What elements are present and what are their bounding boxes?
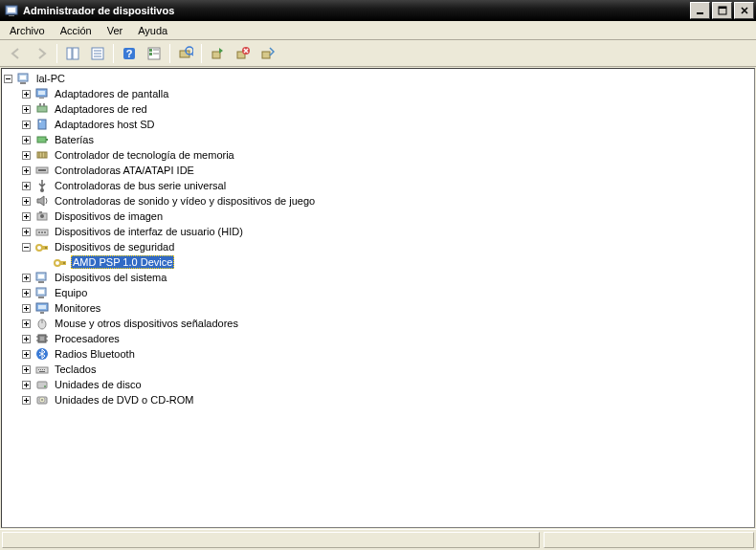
category-system-devices[interactable]: Dispositivos del sistema (22, 270, 752, 285)
device-amd-psp[interactable]: AMD PSP 1.0 Device (40, 254, 752, 270)
expander-plus-icon[interactable] (22, 151, 31, 160)
expander-plus-icon[interactable] (22, 121, 31, 129)
expander-plus-icon[interactable] (22, 396, 31, 405)
category-ata-atapi[interactable]: Controladoras ATA/ATAPI IDE (22, 163, 752, 178)
memory-icon (34, 147, 50, 163)
properties-button[interactable] (86, 43, 109, 64)
svg-rect-2 (9, 15, 14, 16)
category-usb[interactable]: Controladoras de bus serie universal (22, 178, 752, 193)
svg-rect-6 (67, 48, 72, 59)
category-processors[interactable]: Procesadores (22, 331, 752, 346)
category-sd-host-adapters[interactable]: Adaptadores host SD (22, 117, 752, 132)
expander-plus-icon[interactable] (22, 136, 31, 144)
svg-rect-81 (44, 369, 45, 370)
svg-line-21 (191, 54, 193, 55)
node-label: Unidades de disco (53, 379, 144, 390)
category-imaging[interactable]: Dispositivos de imagen (22, 209, 752, 224)
expander-plus-icon[interactable] (22, 90, 31, 99)
svg-rect-83 (37, 382, 47, 388)
device-tree-pane[interactable]: lal-PC Adaptadores de pantalla Adaptador… (1, 68, 755, 528)
menu-action[interactable]: Acción (53, 23, 100, 38)
svg-text:?: ? (126, 48, 133, 59)
node-label: lal-PC (34, 73, 67, 84)
bluetooth-icon (34, 346, 50, 362)
network-adapter-icon (34, 101, 50, 117)
node-label: Controlador de tecnología de memoria (53, 149, 236, 161)
category-mice[interactable]: Mouse y otros dispositivos señaladores (22, 316, 752, 331)
category-disk-drives[interactable]: Unidades de disco (22, 377, 752, 392)
keyboard-icon (34, 362, 50, 377)
security-icon (34, 239, 50, 254)
update-driver-button[interactable] (206, 43, 229, 64)
uninstall-button[interactable] (231, 43, 254, 64)
category-computer[interactable]: Equipo (22, 285, 752, 300)
expander-plus-icon[interactable] (22, 289, 31, 297)
svg-rect-44 (38, 169, 46, 171)
menu-help[interactable]: Ayuda (130, 23, 175, 38)
close-button[interactable] (734, 2, 754, 19)
processor-icon (34, 331, 50, 346)
back-button[interactable] (5, 43, 28, 64)
category-network-adapters[interactable]: Adaptadores de red (22, 101, 752, 117)
svg-rect-31 (39, 98, 44, 99)
expander-plus-icon[interactable] (22, 319, 31, 328)
ide-icon (34, 163, 50, 178)
category-memory-tech[interactable]: Controlador de tecnología de memoria (22, 147, 752, 163)
svg-point-51 (41, 231, 43, 233)
expander-plus-icon[interactable] (22, 335, 31, 343)
expander-plus-icon[interactable] (22, 182, 31, 190)
expander-plus-icon[interactable] (22, 228, 31, 236)
category-batteries[interactable]: Baterías (22, 132, 752, 147)
show-hide-tree-button[interactable] (61, 43, 84, 64)
scan-hardware-button[interactable] (174, 43, 197, 64)
svg-rect-25 (262, 52, 270, 58)
svg-rect-63 (38, 290, 44, 294)
status-pane-left (2, 532, 540, 548)
svg-rect-34 (43, 103, 45, 106)
svg-point-45 (40, 188, 44, 192)
forward-button[interactable] (30, 43, 53, 64)
expander-plus-icon[interactable] (22, 381, 31, 389)
svg-rect-78 (38, 369, 39, 370)
category-security[interactable]: Dispositivos de seguridad (22, 239, 752, 254)
node-label: Adaptadores de red (53, 103, 149, 115)
node-label: Radios Bluetooth (53, 348, 137, 360)
expander-plus-icon[interactable] (22, 365, 31, 374)
svg-rect-82 (39, 371, 45, 372)
help-button[interactable]: ? (118, 43, 141, 64)
category-sound-video-game[interactable]: Controladoras de sonido y vídeo y dispos… (22, 193, 752, 209)
expander-minus-icon[interactable] (4, 75, 12, 83)
svg-rect-27 (20, 76, 26, 79)
svg-rect-48 (39, 211, 42, 213)
category-bluetooth[interactable]: Radios Bluetooth (22, 346, 752, 362)
category-hid[interactable]: Dispositivos de interfaz de usuario (HID… (22, 224, 752, 239)
node-label: Dispositivos de interfaz de usuario (HID… (53, 226, 245, 237)
battery-icon (34, 132, 50, 147)
expander-minus-icon[interactable] (22, 243, 31, 252)
node-label: Teclados (53, 363, 98, 375)
expander-plus-icon[interactable] (22, 105, 31, 114)
maximize-button[interactable] (712, 2, 732, 19)
expander-plus-icon[interactable] (22, 166, 31, 175)
category-keyboards[interactable]: Teclados (22, 362, 752, 377)
disable-button[interactable] (256, 43, 278, 64)
usb-icon (34, 178, 50, 193)
category-monitors[interactable]: Monitores (22, 300, 752, 316)
svg-rect-61 (38, 281, 44, 283)
svg-rect-30 (38, 91, 45, 95)
expander-plus-icon[interactable] (22, 274, 31, 282)
sd-adapter-icon (34, 117, 50, 132)
category-dvd-cd[interactable]: Unidades de DVD o CD-ROM (22, 392, 752, 407)
expander-plus-icon[interactable] (22, 304, 31, 313)
category-display-adapters[interactable]: Adaptadores de pantalla (22, 86, 752, 101)
list-view-button[interactable] (143, 43, 166, 64)
expander-plus-icon[interactable] (22, 197, 31, 206)
menu-file[interactable]: Archivo (2, 23, 53, 38)
root-node[interactable]: lal-PC (4, 71, 752, 86)
svg-rect-15 (149, 49, 152, 52)
menu-view[interactable]: Ver (100, 23, 131, 38)
statusbar (0, 529, 756, 550)
expander-plus-icon[interactable] (22, 350, 31, 359)
minimize-button[interactable] (690, 2, 710, 19)
expander-plus-icon[interactable] (22, 212, 31, 221)
